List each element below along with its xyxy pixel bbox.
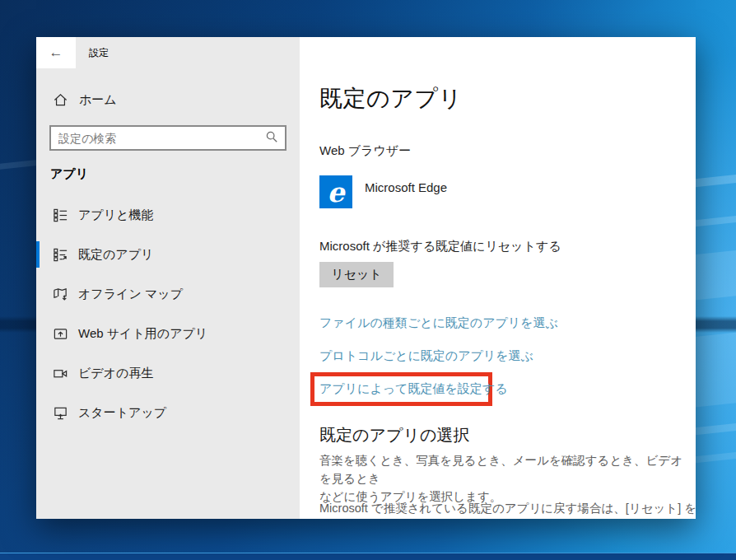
choose-default-apps-description: 音楽を聴くとき、写真を見るとき、メールを確認するとき、ビデオを見るとき などに使…: [319, 451, 690, 506]
microsoft-edge-icon: e: [319, 175, 352, 208]
video-playback-icon: [52, 365, 68, 381]
settings-window: ホーム アプリ: [36, 37, 696, 519]
offline-maps-icon: [52, 286, 68, 302]
default-browser-name: Microsoft Edge: [365, 180, 447, 194]
settings-search-box[interactable]: [49, 125, 286, 151]
settings-sidebar: ホーム アプリ: [36, 37, 300, 519]
sidebar-item-apps-features[interactable]: アプリと機能: [36, 197, 300, 233]
set-defaults-by-app-link[interactable]: アプリによって既定値を設定する: [319, 381, 508, 397]
startup-icon: [52, 404, 68, 421]
apps-for-websites-icon: [52, 325, 68, 342]
wallpaper-bottom-edge: [0, 553, 736, 560]
back-button[interactable]: ←: [36, 37, 76, 68]
choose-default-by-protocol-link[interactable]: プロトコルごとに既定のアプリを選ぶ: [319, 348, 533, 364]
sidebar-home-label: ホーム: [79, 92, 117, 108]
choose-default-apps-heading: 既定のアプリの選択: [319, 424, 469, 446]
sidebar-item-offline-maps[interactable]: オフライン マップ: [36, 276, 300, 312]
default-apps-icon: [52, 246, 68, 263]
sidebar-item-startup[interactable]: スタートアップ: [36, 394, 300, 431]
reset-button[interactable]: リセット: [319, 262, 394, 287]
sidebar-nav-list: アプリと機能 既定のアプリ: [36, 197, 300, 434]
reset-footer-note: Microsoft で推奨されている既定のアプリに戻す場合は、[リセット] を使…: [319, 501, 696, 516]
reset-section-label: Microsoft が推奨する既定値にリセットする: [319, 239, 561, 254]
sidebar-item-video-playback[interactable]: ビデオの再生: [36, 355, 300, 391]
sidebar-item-default-apps[interactable]: 既定のアプリ: [36, 236, 300, 273]
search-icon[interactable]: [265, 130, 278, 147]
home-icon: [52, 91, 68, 108]
default-browser-entry[interactable]: e Microsoft Edge: [319, 175, 447, 208]
sidebar-section-heading: アプリ: [50, 166, 88, 182]
window-title: 設定: [89, 37, 109, 68]
back-arrow-icon: ←: [49, 44, 63, 61]
page-title: 既定のアプリ: [319, 83, 463, 114]
desktop-wallpaper: ホーム アプリ: [0, 0, 736, 560]
red-annotation-box: アプリによって既定値を設定する: [310, 372, 492, 406]
apps-features-icon: [52, 207, 68, 223]
sidebar-item-apps-for-websites[interactable]: Web サイト用のアプリ: [36, 315, 300, 352]
choose-default-by-file-type-link[interactable]: ファイルの種類ごとに既定のアプリを選ぶ: [319, 315, 558, 331]
search-input[interactable]: [58, 132, 265, 145]
main-content: 既定のアプリ Web ブラウザー e Microsoft Edge Micros…: [300, 37, 696, 519]
web-browser-label: Web ブラウザー: [319, 143, 411, 159]
sidebar-item-home[interactable]: ホーム: [36, 85, 300, 114]
